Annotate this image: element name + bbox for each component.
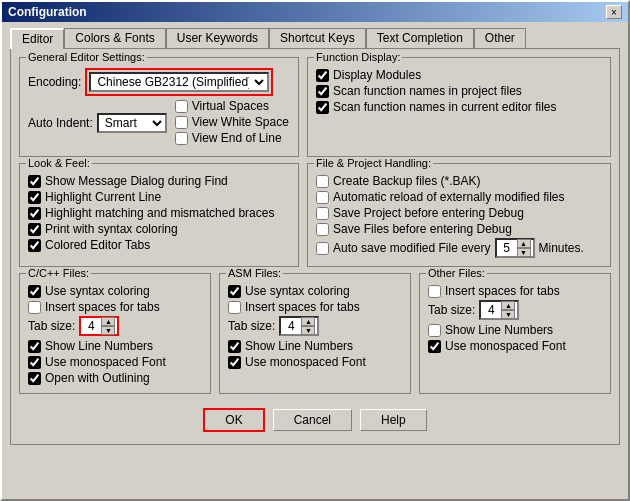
lf-checkbox-2[interactable]	[28, 207, 41, 220]
other-tab-size-input[interactable]	[481, 303, 501, 317]
lf-checkbox-4[interactable]	[28, 239, 41, 252]
auto-indent-select[interactable]: Smart	[97, 113, 167, 133]
view-white-space-label: View White Space	[192, 115, 289, 129]
fd-checkbox-1[interactable]	[316, 85, 329, 98]
cpp-checkbox-1[interactable]	[28, 301, 41, 314]
cpp-bottom-1: Use monospaced Font	[28, 355, 202, 369]
other-checkbox-0[interactable]	[428, 285, 441, 298]
fd-label-1: Scan function names in project files	[333, 84, 522, 98]
cpp-tab-size-spinbox[interactable]: ▲ ▼	[79, 316, 119, 336]
fp-item-4: Auto save modified File every ▲ ▼	[316, 238, 602, 258]
lf-checkbox-1[interactable]	[28, 191, 41, 204]
cpp-bottom-label-2: Open with Outlining	[45, 371, 150, 385]
virtual-spaces-row: Virtual Spaces	[175, 99, 289, 113]
cpp-bottom-label-1: Use monospaced Font	[45, 355, 166, 369]
asm-tab-size-input[interactable]	[281, 319, 301, 333]
cpp-tab-size-row: Tab size: ▲ ▼	[28, 316, 202, 336]
view-white-space-checkbox[interactable]	[175, 116, 188, 129]
tab-shortcut-keys[interactable]: Shortcut Keys	[269, 28, 366, 48]
view-white-space-row: View White Space	[175, 115, 289, 129]
asm-files-body: Use syntax coloring Insert spaces for ta…	[228, 284, 402, 369]
asm-tab-size-spinbox[interactable]: ▲ ▼	[279, 316, 319, 336]
auto-save-spin-down[interactable]: ▼	[517, 248, 531, 257]
general-settings-title: General Editor Settings:	[26, 51, 147, 63]
editor-tab-content: General Editor Settings: Encoding: Chine…	[10, 48, 620, 445]
virtual-spaces-checkbox[interactable]	[175, 100, 188, 113]
cpp-files-title: C/C++ Files:	[26, 267, 91, 279]
asm-checkbox-1[interactable]	[228, 301, 241, 314]
lf-checkbox-3[interactable]	[28, 223, 41, 236]
lf-item-0: Show Message Dialog during Find	[28, 174, 290, 188]
asm-checkbox-0[interactable]	[228, 285, 241, 298]
tab-bar: Editor Colors & Fonts User Keywords Shor…	[10, 28, 620, 48]
tab-colors-fonts[interactable]: Colors & Fonts	[64, 28, 165, 48]
fp-item-0: Create Backup files (*.BAK)	[316, 174, 602, 188]
fp-label-3: Save Files before entering Debug	[333, 222, 512, 236]
view-end-of-line-checkbox[interactable]	[175, 132, 188, 145]
fp-checkbox-0[interactable]	[316, 175, 329, 188]
virtual-spaces-label: Virtual Spaces	[192, 99, 269, 113]
other-tab-size-spinbox[interactable]: ▲ ▼	[479, 300, 519, 320]
tab-user-keywords[interactable]: User Keywords	[166, 28, 269, 48]
fp-checkbox-1[interactable]	[316, 191, 329, 204]
fp-label-4: Auto save modified File every	[333, 241, 490, 255]
fd-checkbox-0[interactable]	[316, 69, 329, 82]
checkboxes-col: Virtual Spaces View White Space View End…	[175, 99, 289, 147]
lf-checkbox-0[interactable]	[28, 175, 41, 188]
cpp-spin-down[interactable]: ▼	[101, 326, 115, 335]
auto-save-spinbox[interactable]: ▲ ▼	[495, 238, 535, 258]
asm-spin-up[interactable]: ▲	[301, 317, 315, 326]
fp-minutes-label: Minutes.	[539, 241, 584, 255]
auto-save-spin-up[interactable]: ▲	[517, 239, 531, 248]
asm-bottom-checkbox-1[interactable]	[228, 356, 241, 369]
cpp-checkbox-0[interactable]	[28, 285, 41, 298]
cpp-bottom-2: Open with Outlining	[28, 371, 202, 385]
row1: General Editor Settings: Encoding: Chine…	[19, 57, 611, 157]
file-project-section: File & Project Handling: Create Backup f…	[307, 163, 611, 267]
asm-spin-down[interactable]: ▼	[301, 326, 315, 335]
cpp-item-0: Use syntax coloring	[28, 284, 202, 298]
help-button[interactable]: Help	[360, 409, 427, 431]
encoding-select[interactable]: Chinese GB2312 (Simplified)	[89, 72, 269, 92]
other-spin-up[interactable]: ▲	[501, 301, 515, 310]
bottom-buttons: OK Cancel Help	[19, 400, 611, 436]
other-spin-down[interactable]: ▼	[501, 310, 515, 319]
fp-checkbox-4[interactable]	[316, 242, 329, 255]
content-area: Editor Colors & Fonts User Keywords Shor…	[2, 22, 628, 453]
asm-tab-size-row: Tab size: ▲ ▼	[228, 316, 402, 336]
tab-editor[interactable]: Editor	[10, 28, 64, 49]
asm-bottom-label-0: Show Line Numbers	[245, 339, 353, 353]
cpp-bottom-checkbox-0[interactable]	[28, 340, 41, 353]
other-bottom-checkbox-1[interactable]	[428, 340, 441, 353]
tab-other[interactable]: Other	[474, 28, 526, 48]
lf-label-2: Highlight matching and mismatched braces	[45, 206, 274, 220]
cpp-bottom-checkbox-2[interactable]	[28, 372, 41, 385]
cpp-bottom-checkbox-1[interactable]	[28, 356, 41, 369]
fp-checkbox-2[interactable]	[316, 207, 329, 220]
fp-checkbox-3[interactable]	[316, 223, 329, 236]
fp-label-0: Create Backup files (*.BAK)	[333, 174, 480, 188]
close-button[interactable]: ×	[606, 5, 622, 19]
auto-indent-label: Auto Indent:	[28, 116, 93, 130]
cpp-tab-size-input[interactable]	[81, 319, 101, 333]
asm-label-1: Insert spaces for tabs	[245, 300, 360, 314]
cpp-spin-up[interactable]: ▲	[101, 317, 115, 326]
cancel-button[interactable]: Cancel	[273, 409, 352, 431]
auto-save-input[interactable]	[497, 241, 517, 255]
other-label-0: Insert spaces for tabs	[445, 284, 560, 298]
fd-checkbox-2[interactable]	[316, 101, 329, 114]
lf-label-1: Highlight Current Line	[45, 190, 161, 204]
other-bottom-0: Show Line Numbers	[428, 323, 602, 337]
tab-text-completion[interactable]: Text Completion	[366, 28, 474, 48]
cpp-spin-buttons: ▲ ▼	[101, 317, 115, 335]
look-feel-section: Look & Feel: Show Message Dialog during …	[19, 163, 299, 267]
asm-bottom-checkbox-0[interactable]	[228, 340, 241, 353]
other-bottom-checkbox-0[interactable]	[428, 324, 441, 337]
other-bottom-1: Use monospaced Font	[428, 339, 602, 353]
ok-button[interactable]: OK	[203, 408, 264, 432]
asm-bottom-label-1: Use monospaced Font	[245, 355, 366, 369]
auto-indent-row: Auto Indent: Smart Virtual Spaces	[28, 99, 290, 147]
fp-item-3: Save Files before entering Debug	[316, 222, 602, 236]
asm-bottom-1: Use monospaced Font	[228, 355, 402, 369]
cpp-bottom-0: Show Line Numbers	[28, 339, 202, 353]
